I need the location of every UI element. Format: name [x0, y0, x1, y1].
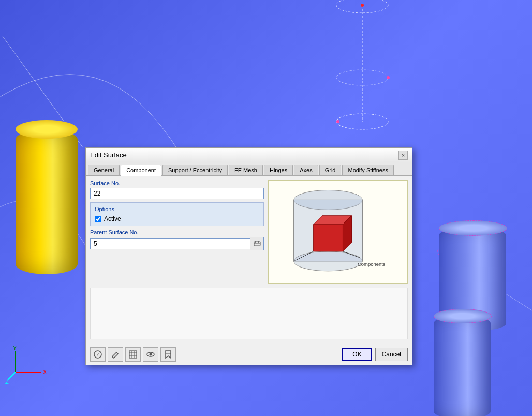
svg-point-2	[336, 0, 388, 13]
component-illustration: Components	[276, 185, 400, 278]
svg-point-25	[294, 251, 363, 271]
tab-bar: General Component Support / Eccentricity…	[86, 162, 412, 176]
svg-point-4	[336, 70, 388, 85]
svg-point-7	[336, 120, 339, 123]
tab-hinges[interactable]: Hinges	[264, 165, 293, 175]
edit-icon	[111, 350, 120, 359]
svg-text:?: ?	[97, 352, 99, 358]
tab-axes[interactable]: Axes	[294, 165, 318, 175]
svg-text:X: X	[43, 369, 47, 375]
close-button[interactable]: ×	[398, 151, 408, 160]
parent-surface-group: Parent Surface No.	[90, 229, 264, 250]
parent-surface-row	[90, 237, 264, 250]
tab-support-eccentricity[interactable]: Support / Eccentricity	[162, 165, 228, 175]
svg-point-6	[387, 76, 390, 79]
view-button[interactable]	[143, 347, 158, 362]
tab-component[interactable]: Component	[121, 165, 161, 176]
svg-marker-26	[314, 225, 343, 251]
cancel-button[interactable]: Cancel	[375, 348, 408, 361]
blue-cylinder-2	[434, 316, 491, 416]
dialog-body: Surface No. Options Active Parent Surfac…	[86, 176, 412, 288]
illustration-panel: Components	[268, 180, 408, 284]
svg-text:Y: Y	[13, 345, 17, 351]
bookmark-button[interactable]	[160, 347, 176, 362]
browse-icon	[254, 240, 261, 247]
help-button[interactable]: ?	[90, 347, 106, 362]
dialog-footer: ?	[86, 344, 412, 365]
dialog-titlebar: Edit Surface ×	[86, 148, 412, 162]
svg-rect-18	[254, 242, 260, 246]
options-section: Options Active	[90, 202, 264, 226]
table-button[interactable]	[125, 347, 141, 362]
footer-tools: ?	[90, 347, 176, 362]
help-icon: ?	[94, 350, 102, 359]
edit-button[interactable]	[108, 347, 123, 362]
surface-no-group: Surface No.	[90, 180, 264, 199]
dialog-title: Edit Surface	[90, 151, 127, 159]
left-panel: Surface No. Options Active Parent Surfac…	[90, 180, 264, 284]
svg-text:Z: Z	[5, 379, 9, 385]
yellow-cylinder	[16, 129, 78, 274]
svg-line-34	[116, 352, 118, 354]
browse-button[interactable]	[250, 237, 264, 250]
tab-general[interactable]: General	[88, 165, 120, 175]
footer-actions: OK Cancel	[342, 348, 408, 361]
ok-button[interactable]: OK	[342, 348, 372, 361]
axes-indicator: X Y Z	[5, 344, 57, 385]
surface-no-input[interactable]	[90, 188, 264, 199]
svg-rect-36	[129, 351, 137, 358]
svg-point-3	[336, 114, 388, 129]
active-label: Active	[104, 215, 121, 222]
surface-no-label: Surface No.	[90, 180, 264, 186]
tab-fe-mesh[interactable]: FE Mesh	[229, 165, 263, 175]
svg-point-42	[150, 353, 152, 356]
tab-modify-stiffness[interactable]: Modify Stiffness	[342, 165, 393, 175]
svg-point-5	[361, 4, 364, 7]
active-checkbox[interactable]	[95, 216, 101, 222]
table-icon	[129, 350, 137, 359]
edit-surface-dialog: Edit Surface × General Component Support…	[85, 147, 412, 365]
tab-grid[interactable]: Grid	[319, 165, 342, 175]
parent-surface-label: Parent Surface No.	[90, 229, 264, 235]
parent-surface-input[interactable]	[90, 238, 250, 249]
svg-marker-43	[166, 351, 171, 358]
view-icon	[146, 350, 155, 359]
svg-line-16	[8, 372, 16, 380]
bottom-info-area	[90, 288, 408, 339]
bookmark-icon	[164, 350, 172, 359]
svg-text:Components: Components	[358, 261, 386, 267]
options-label: Options	[95, 206, 259, 212]
active-checkbox-row: Active	[95, 215, 259, 222]
